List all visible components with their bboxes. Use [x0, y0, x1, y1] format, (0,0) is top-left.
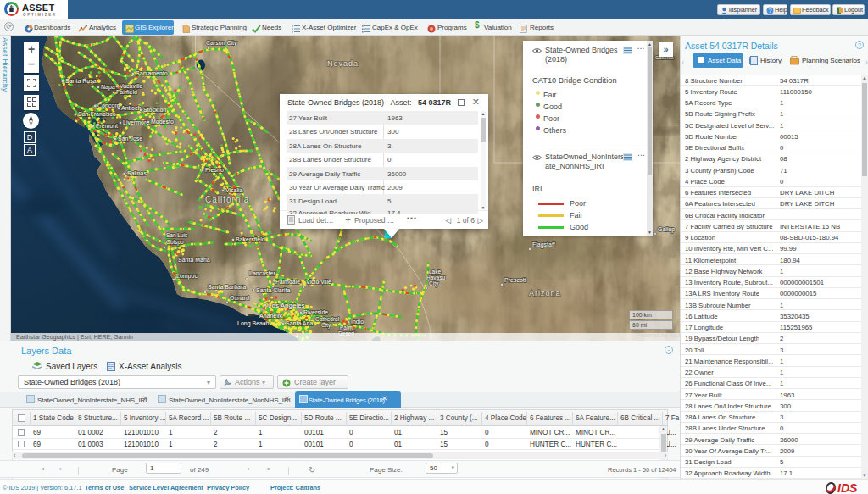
svg-text:Santa Ana: Santa Ana [286, 320, 313, 326]
svg-text:Palm: Palm [340, 325, 353, 330]
svg-text:Sacramento: Sacramento [136, 70, 168, 76]
svg-text:Lompoc: Lompoc [176, 273, 198, 280]
svg-text:Gallup: Gallup [658, 226, 675, 233]
svg-text:Fairfield: Fairfield [116, 89, 137, 95]
svg-text:Obispo: Obispo [166, 239, 184, 246]
svg-text:Lake: Lake [429, 269, 441, 275]
svg-text:Santa Clarita: Santa Clarita [256, 287, 291, 293]
svg-text:San Francisco: San Francisco [78, 111, 116, 117]
svg-text:Santa Rosa: Santa Rosa [65, 78, 97, 84]
svg-text:City: City [429, 280, 439, 287]
svg-text:Palmdale: Palmdale [275, 279, 300, 285]
svg-text:IDS: IDS [837, 481, 858, 494]
svg-text:Riverside: Riverside [303, 309, 328, 315]
svg-text:Salinas: Salinas [127, 170, 147, 176]
svg-text:Santa Barbara: Santa Barbara [208, 284, 246, 290]
svg-text:Los Angeles: Los Angeles [268, 302, 305, 309]
svg-text:Carson City: Carson City [206, 40, 237, 47]
svg-text:San Jose: San Jose [118, 136, 142, 142]
svg-text:Arizona: Arizona [529, 289, 561, 297]
svg-text:California: California [205, 195, 249, 204]
svg-text:San Luis: San Luis [166, 232, 188, 238]
svg-text:Indio: Indio [351, 319, 364, 325]
svg-text:Flagstaff: Flagstaff [532, 241, 555, 248]
svg-text:Vacaville: Vacaville [120, 83, 143, 89]
svg-text:Napa: Napa [101, 84, 115, 91]
svg-text:Stockton: Stockton [143, 107, 166, 113]
svg-text:Modesto: Modesto [151, 119, 174, 125]
svg-text:Cathedral: Cathedral [315, 316, 340, 322]
svg-text:Victorville: Victorville [306, 279, 331, 285]
svg-text:Lancaster: Lancaster [249, 270, 275, 276]
svg-text:Concord: Concord [97, 103, 120, 108]
svg-text:?: ? [769, 8, 772, 14]
svg-text:Oxnard: Oxnard [230, 295, 249, 301]
svg-text:Fresno: Fresno [205, 167, 224, 173]
svg-text:Santa Maria: Santa Maria [178, 257, 210, 263]
svg-text:Havasu: Havasu [426, 275, 445, 280]
svg-text:Visalia: Visalia [225, 187, 243, 193]
svg-text:Prescott: Prescott [504, 277, 526, 283]
svg-text:Nevada: Nevada [327, 59, 359, 68]
svg-text:Bakersfield: Bakersfield [236, 236, 265, 242]
svg-text:Livermore: Livermore [123, 119, 149, 125]
svg-text:Fremont: Fremont [96, 123, 118, 129]
svg-text:Antioch: Antioch [121, 105, 141, 111]
